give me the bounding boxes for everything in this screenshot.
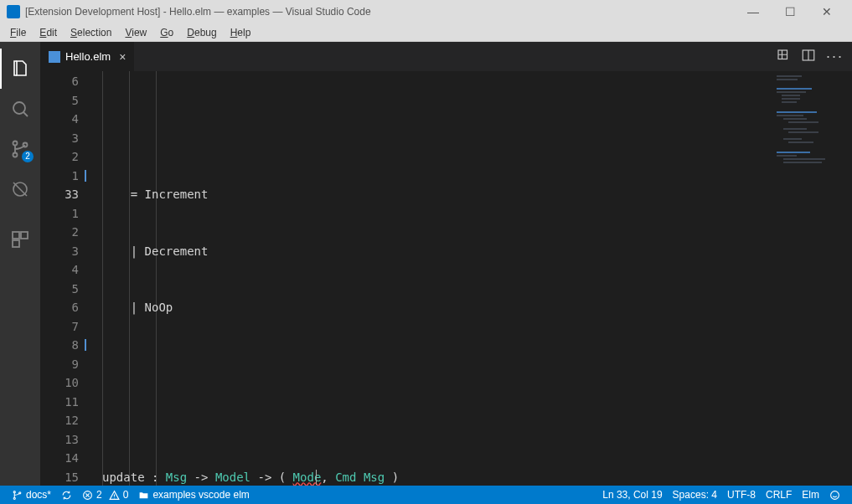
menu-selection[interactable]: Selection (64, 25, 118, 40)
svg-point-12 (13, 497, 15, 499)
smiley-icon (829, 490, 840, 501)
activity-bar: 2 (0, 42, 40, 486)
minimize-button[interactable]: — (735, 0, 772, 23)
close-window-button[interactable]: ✕ (808, 0, 845, 23)
svg-point-15 (831, 491, 839, 499)
menu-file[interactable]: File (3, 25, 33, 40)
window-title: [Extension Development Host] - Hello.elm… (25, 6, 371, 18)
code-content[interactable]: = Increment | Decrement | NoOp update : … (90, 71, 772, 486)
error-icon (82, 490, 93, 501)
sync-icon (61, 490, 72, 501)
activity-extensions[interactable] (0, 219, 40, 260)
text-cursor (316, 470, 317, 485)
extensions-icon (10, 229, 30, 249)
titlebar: [Extension Development Host] - Hello.elm… (0, 0, 852, 23)
menu-edit[interactable]: Edit (33, 25, 64, 40)
scm-badge: 2 (22, 151, 34, 162)
menu-view[interactable]: View (118, 25, 153, 40)
tab-close-button[interactable]: × (119, 50, 126, 64)
elm-file-icon (49, 51, 60, 63)
activity-search[interactable] (0, 89, 40, 129)
bug-icon (10, 179, 30, 199)
status-language[interactable]: Elm (797, 486, 824, 504)
svg-point-11 (13, 491, 15, 492)
status-sync[interactable] (56, 486, 77, 504)
branch-icon (12, 490, 23, 501)
svg-point-1 (13, 141, 18, 146)
svg-rect-5 (13, 232, 19, 239)
tab-hello-elm[interactable]: Hello.elm × (40, 42, 135, 71)
menu-help[interactable]: Help (224, 25, 258, 40)
svg-rect-8 (49, 51, 60, 63)
minimap[interactable] (772, 71, 852, 486)
svg-rect-7 (13, 240, 19, 247)
status-breadcrumb[interactable]: examples vscode elm (133, 486, 254, 504)
vscode-icon (7, 5, 20, 18)
svg-point-2 (13, 153, 18, 157)
status-encoding[interactable]: UTF-8 (722, 486, 761, 504)
menu-debug[interactable]: Debug (180, 25, 223, 40)
files-icon (10, 59, 30, 79)
status-feedback[interactable] (824, 486, 845, 504)
editor[interactable]: 65432133123456789101112131415 = Incremen… (40, 71, 852, 486)
svg-point-0 (13, 102, 25, 114)
warning-icon (109, 490, 120, 501)
compare-changes-icon[interactable] (776, 48, 791, 66)
status-spaces[interactable]: Spaces: 4 (668, 486, 722, 504)
svg-rect-6 (21, 232, 28, 239)
menubar: File Edit Selection View Go Debug Help (0, 23, 852, 42)
activity-scm[interactable]: 2 (0, 129, 40, 169)
search-icon (10, 99, 30, 119)
line-number-gutter: 65432133123456789101112131415 (40, 71, 90, 486)
tab-label: Hello.elm (65, 50, 111, 63)
status-bar: docs* 2 0 examples vscode elm Ln 33, Col… (0, 486, 852, 504)
maximize-button[interactable]: ☐ (772, 0, 808, 23)
menu-go[interactable]: Go (153, 25, 180, 40)
status-problems[interactable]: 2 0 (77, 486, 133, 504)
status-position[interactable]: Ln 33, Col 19 (597, 486, 667, 504)
activity-debug[interactable] (0, 169, 40, 209)
more-actions-icon[interactable]: ··· (826, 48, 844, 65)
status-branch[interactable]: docs* (7, 486, 56, 504)
tab-bar: Hello.elm × ··· (40, 42, 852, 71)
activity-explorer[interactable] (0, 49, 40, 89)
status-eol[interactable]: CRLF (761, 486, 797, 504)
split-editor-icon[interactable] (801, 48, 816, 66)
folder-icon (138, 490, 149, 501)
